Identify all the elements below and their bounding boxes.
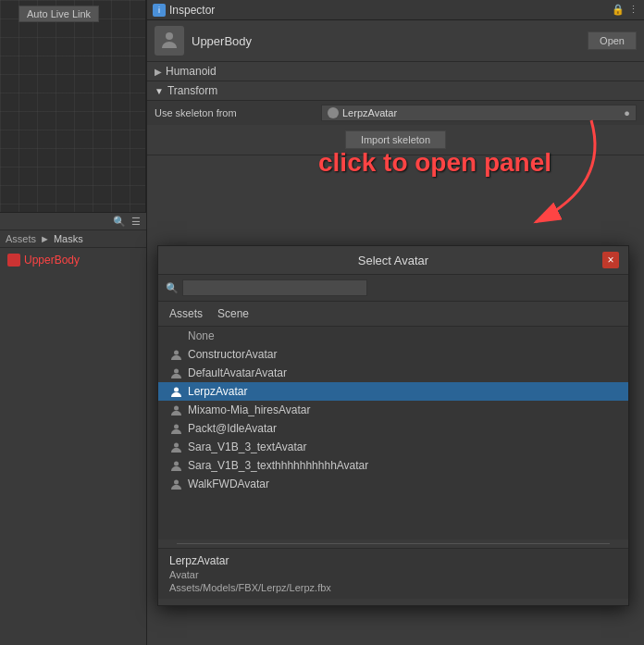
breadcrumb-assets: Assets: [6, 233, 36, 244]
modal-list-item[interactable]: None: [158, 327, 628, 345]
modal-item-label: LerpzAvatar: [188, 385, 247, 398]
import-skeleton-row: Import skeleton: [147, 125, 644, 155]
select-avatar-modal: Select Avatar × 🔍 Assets Scene None Cons…: [157, 245, 629, 606]
transform-label: Transform: [167, 84, 217, 97]
upperbody-icon: [7, 254, 20, 267]
modal-list-item[interactable]: Packt@IdleAvatar: [158, 419, 628, 438]
skeleton-dot-icon: ●: [624, 107, 630, 118]
modal-list-item[interactable]: Mixamo-Mia_hiresAvatar: [158, 401, 628, 419]
more-icon[interactable]: ⋮: [628, 4, 638, 16]
open-button[interactable]: Open: [588, 31, 637, 50]
modal-list: None ConstructorAvatar DefaultAvatarAvat…: [158, 327, 628, 540]
left-panel: Auto Live Link 🔍 ☰ Assets ► Masks UpperB…: [0, 0, 146, 645]
left-panel-bottom: 🔍 ☰ Assets ► Masks UpperBody: [0, 213, 146, 645]
left-panel-grid: Auto Live Link: [0, 0, 145, 213]
modal-preview: LerpzAvatar Avatar Assets/Models/FBX/Ler…: [158, 548, 628, 599]
inspector-panel-icon: i: [153, 4, 166, 17]
modal-item-label: Sara_V1B_3_texthhhhhhhhhhAvatar: [188, 459, 368, 472]
svg-point-9: [174, 479, 179, 484]
modal-search-icon: 🔍: [166, 282, 179, 294]
svg-point-8: [174, 461, 179, 465]
modal-list-item[interactable]: LerpzAvatar: [158, 382, 628, 401]
modal-tab-assets[interactable]: Assets: [166, 305, 206, 322]
inspector-header: i Inspector 🔒 ⋮: [147, 0, 644, 20]
import-skeleton-button[interactable]: Import skeleton: [345, 130, 446, 149]
search-icon[interactable]: 🔍: [113, 215, 126, 228]
modal-item-label: WalkFWDAvatar: [188, 478, 269, 490]
modal-item-label: Packt@IdleAvatar: [188, 422, 277, 435]
use-skeleton-row: Use skeleton from LerpzAvatar ●: [147, 101, 644, 125]
transform-triangle-icon: ▼: [155, 86, 164, 96]
upperbody-avatar-icon: [155, 26, 184, 56]
svg-point-5: [174, 405, 179, 410]
modal-title: Select Avatar: [184, 254, 602, 267]
inspector-title: Inspector: [169, 4, 215, 17]
avatar-icon: [169, 366, 182, 379]
avatar-icon: [169, 459, 182, 472]
transform-header[interactable]: ▼ Transform: [147, 81, 644, 101]
modal-list-item[interactable]: Sara_V1B_3_texthhhhhhhhhhAvatar: [158, 456, 628, 475]
humanoid-label: Humanoid: [166, 65, 217, 78]
modal-preview-type: Avatar: [169, 569, 617, 580]
humanoid-triangle-icon: ▶: [155, 67, 162, 77]
avatar-icon: [169, 440, 182, 453]
inspector-actions: 🔒 ⋮: [612, 4, 638, 16]
svg-point-7: [174, 442, 179, 447]
assets-list: UpperBody: [0, 248, 146, 272]
breadcrumb: Assets ► Masks: [0, 230, 146, 248]
svg-point-6: [174, 424, 179, 428]
list-icon[interactable]: ☰: [130, 215, 142, 228]
svg-point-0: [166, 32, 173, 40]
avatar-icon: [169, 478, 182, 490]
modal-item-label: None: [188, 329, 215, 342]
breadcrumb-masks-label[interactable]: Masks: [54, 233, 83, 244]
modal-item-label: Mixamo-Mia_hiresAvatar: [188, 403, 311, 416]
skeleton-avatar-icon: [328, 107, 339, 118]
lock-icon[interactable]: 🔒: [612, 4, 625, 16]
assets-item-label: UpperBody: [24, 254, 80, 267]
modal-search-bar: 🔍: [158, 275, 628, 302]
avatar-icon: [169, 385, 182, 398]
svg-point-4: [174, 387, 179, 391]
modal-preview-name: LerpzAvatar: [169, 554, 617, 567]
modal-close-button[interactable]: ×: [602, 252, 619, 268]
avatar-icon: [169, 422, 182, 435]
modal-search-input[interactable]: [182, 279, 367, 296]
inspector-title-bar: i Inspector: [153, 4, 612, 17]
upperbody-section: UpperBody Open: [147, 20, 644, 62]
modal-list-item[interactable]: WalkFWDAvatar: [158, 475, 628, 493]
skeleton-value-field[interactable]: LerpzAvatar ●: [321, 105, 637, 121]
avatar-icon: [169, 348, 182, 361]
list-item[interactable]: UpperBody: [0, 252, 146, 268]
modal-tabs: Assets Scene: [158, 302, 628, 327]
breadcrumb-masks[interactable]: ►: [40, 233, 50, 244]
upperbody-name-label: UpperBody: [192, 34, 588, 48]
modal-preview-path: Assets/Models/FBX/Lerpz/Lerpz.fbx: [169, 582, 617, 593]
humanoid-section-header[interactable]: ▶ Humanoid: [147, 62, 644, 81]
modal-tab-scene[interactable]: Scene: [214, 305, 253, 322]
avatar-icon: [169, 403, 182, 416]
transform-section: ▼ Transform Use skeleton from LerpzAvata…: [147, 81, 644, 155]
modal-list-item[interactable]: ConstructorAvatar: [158, 345, 628, 364]
use-skeleton-label: Use skeleton from: [155, 107, 321, 118]
modal-header: Select Avatar ×: [158, 246, 628, 275]
left-toolbar: 🔍 ☰: [0, 213, 146, 230]
modal-item-label: DefaultAvatarAvatar: [188, 366, 287, 379]
svg-point-3: [174, 368, 179, 373]
svg-point-2: [174, 350, 179, 354]
skeleton-value-text: LerpzAvatar: [342, 107, 397, 118]
modal-list-item[interactable]: DefaultAvatarAvatar: [158, 364, 628, 382]
auto-live-link-button[interactable]: Auto Live Link: [19, 6, 99, 22]
modal-preview-divider: [177, 543, 610, 544]
modal-item-label: ConstructorAvatar: [188, 348, 278, 361]
modal-list-item[interactable]: Sara_V1B_3_textAvatar: [158, 438, 628, 456]
modal-item-label: Sara_V1B_3_textAvatar: [188, 440, 307, 453]
